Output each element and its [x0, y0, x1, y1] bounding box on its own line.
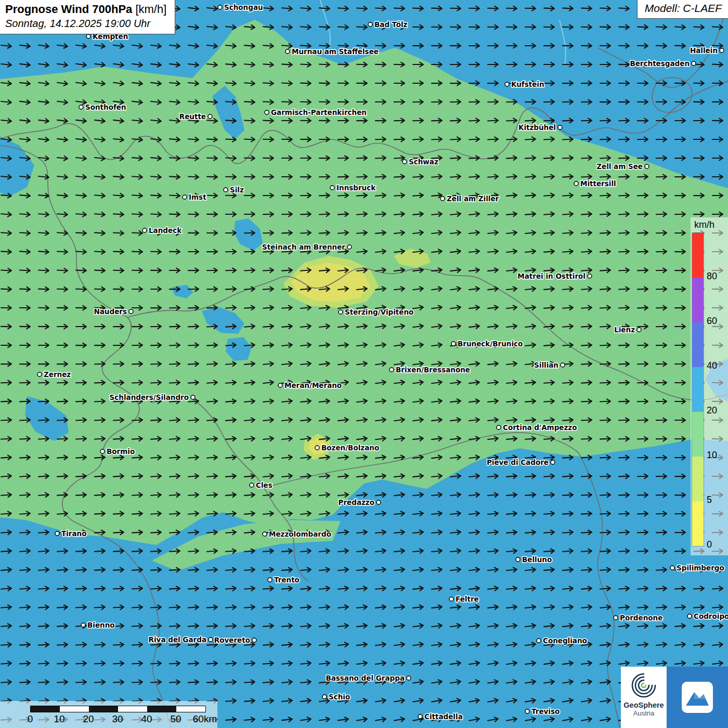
- city-label: Cles: [256, 481, 272, 489]
- city-marker: [252, 638, 256, 642]
- scale-label: 60km: [193, 713, 217, 725]
- city-marker: [330, 186, 334, 190]
- city-label: Rovereto: [214, 636, 250, 644]
- city-marker: [574, 181, 578, 186]
- city-marker: [250, 483, 254, 487]
- city-marker: [551, 460, 555, 464]
- city-label: Conegliano: [543, 636, 587, 645]
- geosphere-logo-box: GeoSphere Austria: [621, 667, 667, 728]
- mountain-icon: [679, 679, 716, 716]
- city-label: Meran/Merano: [284, 381, 342, 389]
- legend-tick-label: 80: [707, 271, 717, 282]
- city-label: Pordenone: [620, 614, 662, 622]
- city-marker: [497, 425, 501, 430]
- city-marker: [451, 342, 456, 346]
- city-label: Bormio: [107, 447, 135, 456]
- city-label: Treviso: [531, 707, 560, 716]
- city-marker: [183, 195, 187, 199]
- city-label: Murnau am Staffelsee: [292, 47, 379, 56]
- city-label: Berchtesgaden: [630, 59, 690, 68]
- map-scale-bar: 0102030405060km: [0, 701, 217, 728]
- city-marker: [687, 614, 692, 618]
- city-label: Mittersill: [580, 179, 616, 188]
- wind-speed-legend: km/h 806040201050: [691, 217, 728, 555]
- city-marker: [645, 164, 649, 168]
- city-marker: [440, 197, 445, 201]
- city-label: Garmisch-Partenkirchen: [271, 108, 367, 116]
- legend-tick-label: 20: [707, 405, 717, 416]
- city-marker: [263, 532, 267, 536]
- city-marker: [692, 61, 696, 66]
- city-marker: [389, 368, 394, 372]
- city-label: Brixen/Bressanone: [396, 366, 470, 374]
- city-label: Riva del Garda: [149, 635, 206, 644]
- legend-segment: [692, 501, 704, 546]
- legend-segment: [692, 278, 704, 322]
- city-marker: [407, 676, 411, 680]
- city-marker: [218, 5, 222, 9]
- city-label: Bozen/Bolzano: [321, 444, 379, 452]
- city-label: Trento: [274, 576, 300, 584]
- city-marker: [100, 449, 105, 453]
- city-marker: [86, 34, 90, 38]
- scale-label: 20: [83, 713, 94, 725]
- city-marker: [37, 372, 42, 376]
- city-marker: [191, 395, 195, 399]
- city-marker: [516, 557, 520, 562]
- scale-label: 40: [141, 713, 152, 725]
- city-marker: [670, 566, 674, 570]
- scale-segment: [60, 706, 89, 712]
- city-marker: [525, 709, 529, 713]
- city-label: Mezzolombardo: [269, 530, 331, 538]
- city-label: Bad Tölz: [374, 20, 408, 29]
- forecast-map-page: SchongauBad TölzKemptenMurnau am Staffel…: [0, 0, 728, 728]
- city-label: Zernez: [44, 370, 71, 379]
- scale-segment: [147, 706, 176, 712]
- branding: GeoSphere Austria: [621, 667, 728, 728]
- city-marker: [449, 597, 453, 601]
- scale-segment: [31, 706, 60, 712]
- title-text: Prognose Wind 700hPa: [5, 3, 132, 16]
- scale-label: 0: [28, 713, 33, 725]
- city-label: Schio: [329, 693, 350, 701]
- city-label: Sillian: [534, 361, 558, 369]
- city-label: Zell am See: [596, 162, 643, 171]
- city-label: Bruneck/Brunico: [458, 340, 523, 348]
- city-marker: [720, 48, 724, 53]
- city-label: Kitzbühel: [518, 123, 556, 132]
- legend-unit-label: km/h: [694, 219, 714, 230]
- scale-label: 10: [54, 713, 64, 725]
- title-unit: [km/h]: [132, 3, 166, 16]
- city-label: Sterzing/Vipiteno: [345, 308, 413, 316]
- city-label: Schongau: [224, 3, 263, 11]
- legend-segment: [692, 367, 704, 412]
- city-marker: [224, 188, 228, 192]
- city-label: Schlanders/Silandro: [110, 393, 189, 401]
- city-label: Hallein: [690, 46, 718, 55]
- city-marker: [347, 245, 352, 249]
- city-marker: [561, 363, 565, 367]
- city-marker: [339, 310, 343, 314]
- model-label: Modell: C-LAEF: [637, 0, 728, 19]
- city-label: Feltre: [456, 595, 479, 603]
- city-marker: [129, 309, 133, 314]
- brand-blue-tile: [667, 667, 728, 728]
- city-marker: [315, 446, 319, 450]
- city-label: Kufstein: [511, 80, 544, 88]
- city-label: Lienz: [614, 326, 635, 334]
- city-label: Landeck: [149, 226, 182, 235]
- wind-map: SchongauBad TölzKemptenMurnau am Staffel…: [0, 0, 728, 728]
- scale-segment: [89, 706, 118, 712]
- city-marker: [55, 531, 59, 536]
- city-marker: [81, 623, 85, 627]
- city-label: Innsbruck: [336, 184, 376, 192]
- city-marker: [79, 105, 83, 109]
- city-marker: [265, 110, 269, 114]
- forecast-datetime: Sonntag, 14.12.2025 19:00 Uhr: [5, 17, 166, 30]
- legend-tick-label: 0: [707, 539, 712, 550]
- city-marker: [637, 328, 641, 332]
- city-marker: [588, 274, 592, 278]
- city-marker: [418, 714, 422, 719]
- city-label: Reutte: [179, 112, 206, 121]
- city-marker: [558, 125, 562, 129]
